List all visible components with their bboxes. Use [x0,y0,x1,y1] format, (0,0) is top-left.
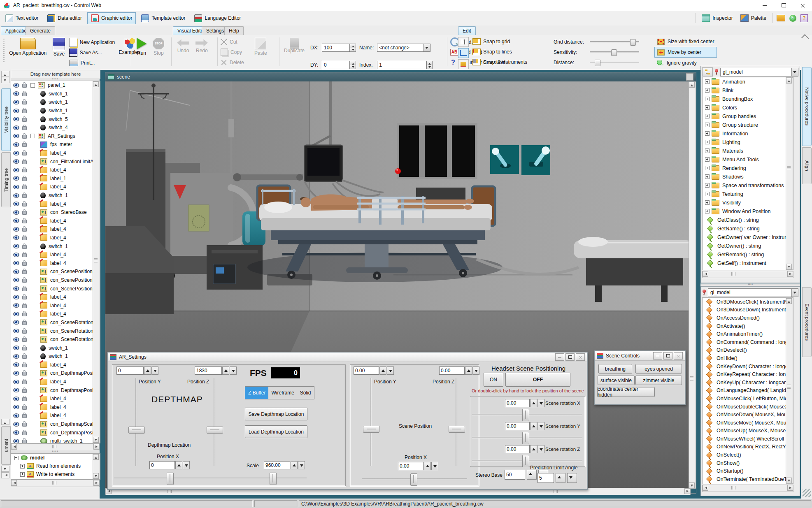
eye-visibility-icon[interactable] [13,430,19,435]
tree-item[interactable]: label_4 [11,403,93,412]
expand-plus-icon[interactable] [705,148,710,153]
z-buffer-option[interactable]: Z Buffer [245,387,268,399]
event-list-item[interactable]: OnDeselect() [703,346,793,355]
model-read-row[interactable]: Read from elements [11,462,100,470]
tree-item[interactable]: label_4 [11,225,93,234]
prediction-limit-spinner[interactable]: 5 [537,473,577,481]
lock-icon[interactable] [22,228,27,232]
snap-to-instruments-toggle[interactable]: Snap to instruments [472,57,527,67]
eye-visibility-icon[interactable] [13,117,19,121]
depthmap-pos-z-slider[interactable] [214,378,215,466]
native-list-item[interactable]: Group structure [703,121,793,129]
size-with-fixed-center-toggle[interactable]: Size with fixed center [654,36,717,47]
eye-visibility-icon[interactable] [13,253,19,257]
model-write-row[interactable]: Write to elements [11,470,100,478]
lock-icon[interactable] [22,126,27,130]
lock-icon[interactable] [22,440,27,443]
editor-tab[interactable]: Language Editor [191,12,244,24]
tree-item[interactable]: label_4 [11,301,93,310]
lock-icon[interactable] [22,423,27,427]
lock-icon[interactable] [22,347,27,350]
surface-visible-button[interactable]: surface visible [598,376,635,385]
event-list-item[interactable]: OnKeyRepeat( Character : longcard ) [703,370,793,378]
sensitivity-slider[interactable] [590,51,639,53]
distance-slider[interactable] [590,62,639,63]
move-by-center-toggle[interactable]: Move by center [654,47,717,58]
tree-item[interactable]: switch_1 [11,107,93,115]
eye-visibility-icon[interactable] [13,193,19,198]
eyes-opened-button[interactable]: eyes opened [635,364,682,373]
native-list-item[interactable]: Information [703,129,793,138]
native-list-item[interactable]: Lighting [703,138,793,146]
help-book-icon[interactable] [800,14,808,22]
lock-icon[interactable] [22,364,27,367]
scroll-up-button[interactable] [1,71,9,77]
native-list-item[interactable]: GetSelf() : instrument [703,259,793,267]
instruments-mode-button[interactable] [458,59,469,69]
eye-visibility-icon[interactable] [13,439,19,443]
tree-item[interactable]: label_4 [11,394,93,403]
solid-option[interactable]: Solid [297,387,314,399]
tree-item[interactable]: con_ScenePositionZ [11,267,93,276]
event-list-item[interactable]: OnAnimationTimer() [703,330,793,338]
lock-icon[interactable] [22,84,27,88]
eye-visibility-icon[interactable] [13,388,19,392]
lock-icon[interactable] [22,245,27,249]
lock-icon[interactable] [22,380,27,384]
tree-item[interactable]: switch_1 [11,343,93,352]
lock-icon[interactable] [22,304,27,308]
tab-event-procedures[interactable]: Event procedures [802,287,812,357]
native-list-item[interactable]: BoundingBox [703,95,793,103]
event-list-item[interactable]: OnSelect() [703,451,793,459]
eye-visibility-icon[interactable] [13,134,19,138]
eye-visibility-icon[interactable] [13,176,19,181]
eye-visibility-icon[interactable] [13,405,19,409]
event-list-item[interactable]: OnHide() [703,354,793,362]
close-button[interactable] [793,0,812,11]
headset-off-button[interactable]: OFF [505,373,570,387]
rotation-y-slider[interactable] [472,437,582,438]
event-list-item[interactable]: OnKeyDown( Character : longcard ) [703,362,793,371]
lock-icon[interactable] [22,253,27,257]
expand-toggle[interactable] [20,464,25,469]
native-list-item[interactable]: Animation [703,77,793,86]
undo-button[interactable]: Undo [174,36,192,55]
expand-plus-icon[interactable] [705,174,710,179]
lock-icon[interactable] [22,143,27,147]
eye-visibility-icon[interactable] [13,202,19,206]
rotation-y-spinner[interactable]: 0.00 [505,422,544,430]
ar-minimize-button[interactable] [555,353,564,361]
expand-plus-icon[interactable] [705,192,710,196]
index-spinner[interactable] [426,61,433,69]
index-field[interactable]: 1 [377,61,426,69]
eye-visibility-icon[interactable] [13,346,19,350]
eye-visibility-icon[interactable] [13,159,19,164]
delete-button[interactable]: Delete [221,58,244,68]
expand-plus-icon[interactable] [705,123,710,127]
event-list-item[interactable]: OnNewPosition( RectX, RectY, RectW, R [703,443,793,451]
native-list-item[interactable]: Texturing [703,190,793,198]
event-list-item[interactable]: OnMouseDown( MouseX, MouseY : longi [703,411,793,419]
native-horizontal-scrollbar[interactable] [702,271,793,278]
expand-plus-icon[interactable] [705,131,710,136]
resize-grip[interactable] [803,489,811,497]
editor-tab[interactable]: Text editor [2,12,42,24]
event-vertical-scrollbar[interactable] [786,298,793,484]
tree-item[interactable]: label_4 [11,251,93,259]
lock-icon[interactable] [22,93,27,96]
tree-item[interactable]: con_DepthmapPositionX [11,428,93,437]
eye-visibility-icon[interactable] [13,235,19,240]
tree-item[interactable]: label_4 [11,411,93,420]
scene-pos-x-slider[interactable] [362,478,467,480]
dropdown-arrow-icon[interactable] [423,44,430,51]
tab-visibility-tree[interactable]: Visibility tree [1,88,11,151]
native-list-item[interactable]: Space and transformations [703,181,793,190]
event-list-item[interactable]: OnMouseWheel( WheelScroll : longint ) [703,435,793,443]
eye-visibility-icon[interactable] [13,218,19,223]
scroll-up-button[interactable] [1,419,9,425]
event-list-item[interactable]: OnShow() [703,459,793,467]
lock-icon[interactable] [22,397,27,401]
sc-close-button[interactable] [674,352,683,360]
scroll-down-button[interactable] [1,466,9,472]
expand-plus-icon[interactable] [705,200,710,205]
